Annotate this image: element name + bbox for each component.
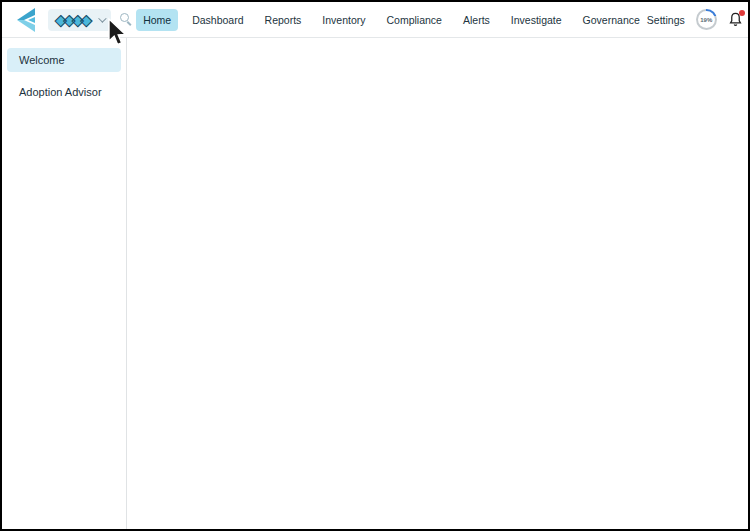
tab-home[interactable]: Home (136, 9, 178, 31)
tenant-name-redacted: ◆◆◆◆ (55, 12, 92, 27)
tenant-selector-dropdown[interactable]: ◆◆◆◆ (48, 9, 111, 31)
tab-governance[interactable]: Governance (576, 9, 647, 31)
tab-investigate[interactable]: Investigate (504, 9, 569, 31)
app-window: ◆◆◆◆ Home Dashboard Reports Inventory Co… (0, 0, 750, 531)
settings-link[interactable]: Settings (647, 14, 685, 26)
adoption-progress-value: 19% (698, 11, 715, 28)
prisma-cloud-logo-icon (14, 7, 38, 33)
adoption-progress-ring[interactable]: 19% (696, 9, 717, 30)
unread-notification-dot (739, 10, 745, 16)
left-sidebar: Welcome Adoption Advisor (2, 38, 127, 531)
search-handle (127, 21, 132, 26)
tab-dashboard[interactable]: Dashboard (185, 9, 250, 31)
tab-inventory[interactable]: Inventory (315, 9, 372, 31)
main-nav: Home Dashboard Reports Inventory Complia… (136, 9, 647, 31)
page-body: Welcome Adoption Advisor (2, 38, 748, 531)
header-right-controls: Settings 19% (647, 9, 750, 30)
sidebar-item-welcome[interactable]: Welcome (7, 48, 121, 72)
tab-compliance[interactable]: Compliance (380, 9, 449, 31)
main-content-empty (127, 38, 748, 531)
sidebar-item-adoption-advisor[interactable]: Adoption Advisor (7, 80, 121, 104)
top-navbar: ◆◆◆◆ Home Dashboard Reports Inventory Co… (2, 2, 748, 38)
notifications-bell-icon[interactable] (728, 11, 744, 29)
chevron-down-icon (98, 14, 106, 22)
tab-alerts[interactable]: Alerts (456, 9, 497, 31)
tab-reports[interactable]: Reports (258, 9, 309, 31)
